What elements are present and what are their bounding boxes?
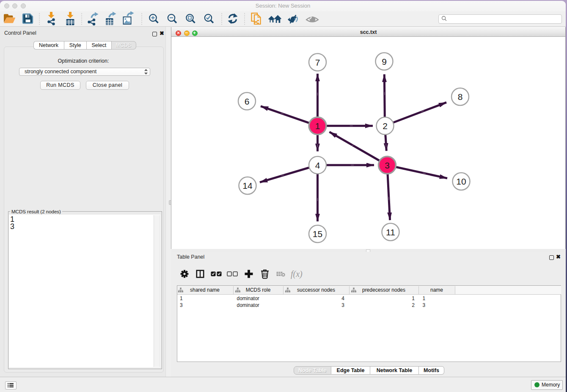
svg-text:15: 15: [313, 229, 322, 239]
svg-text:14: 14: [242, 181, 253, 190]
svg-text:10: 10: [456, 177, 466, 186]
svg-text:f(x): f(x): [291, 269, 303, 279]
svg-text:9: 9: [382, 57, 387, 66]
svg-text:3: 3: [385, 160, 390, 170]
svg-text:2: 2: [383, 121, 388, 131]
svg-text:7: 7: [315, 58, 320, 67]
svg-text:4: 4: [315, 160, 320, 170]
svg-text:1: 1: [315, 121, 320, 131]
svg-text:11: 11: [386, 227, 395, 237]
svg-text:6: 6: [245, 97, 250, 106]
svg-text:8: 8: [458, 92, 463, 102]
